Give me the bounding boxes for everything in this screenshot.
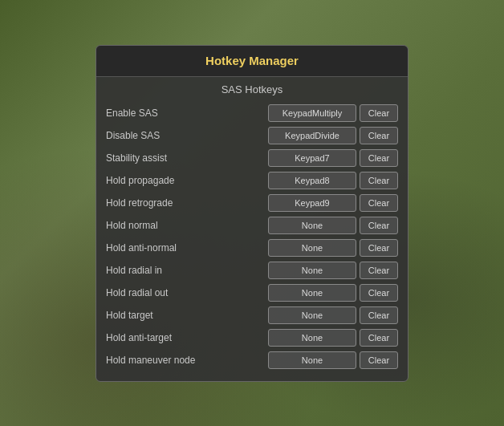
hotkey-controls: KeypadMultiplyClear <box>268 104 398 122</box>
hotkey-controls: Keypad8Clear <box>268 172 398 189</box>
hotkey-controls: NoneClear <box>268 284 398 302</box>
key-button[interactable]: None <box>268 217 356 234</box>
hotkey-row: Enable SASKeypadMultiplyClear <box>106 102 398 124</box>
modal-header: Hotkey Manager <box>96 46 408 77</box>
hotkey-label: Hold anti-target <box>106 332 268 343</box>
hotkey-label: Hold radial in <box>106 265 268 276</box>
hotkey-label: Hold maneuver node <box>106 355 268 366</box>
hotkey-row: Stability assistKeypad7Clear <box>106 147 398 169</box>
hotkey-label: Stability assist <box>106 152 268 164</box>
hotkey-row: Hold radial inNoneClear <box>106 259 398 282</box>
clear-button[interactable]: Clear <box>360 217 398 234</box>
clear-button[interactable]: Clear <box>360 351 398 369</box>
hotkey-controls: NoneClear <box>268 329 398 347</box>
hotkey-label: Hold target <box>106 310 268 321</box>
clear-button[interactable]: Clear <box>360 239 398 257</box>
key-button[interactable]: KeypadMultiply <box>268 104 356 122</box>
hotkey-row: Hold anti-targetNoneClear <box>106 327 398 349</box>
hotkey-label: Disable SAS <box>106 130 268 141</box>
hotkey-label: Hold propagade <box>106 175 268 186</box>
hotkey-label: Hold retrograde <box>106 197 268 209</box>
clear-button[interactable]: Clear <box>360 104 398 122</box>
clear-button[interactable]: Clear <box>360 194 398 212</box>
section-title: SAS Hotkeys <box>96 77 408 99</box>
clear-button[interactable]: Clear <box>360 306 398 324</box>
key-button[interactable]: Keypad9 <box>268 194 356 212</box>
key-button[interactable]: None <box>268 306 356 324</box>
key-button[interactable]: None <box>268 262 356 279</box>
hotkey-controls: NoneClear <box>268 262 398 279</box>
hotkey-controls: KeypadDivideClear <box>268 127 398 144</box>
hotkey-row: Disable SASKeypadDivideClear <box>106 124 398 147</box>
hotkey-row: Hold retrogradeKeypad9Clear <box>106 192 398 214</box>
hotkey-controls: Keypad9Clear <box>268 194 398 212</box>
key-button[interactable]: Keypad7 <box>268 149 356 167</box>
hotkey-label: Hold anti-normal <box>106 242 268 254</box>
hotkey-row: Hold normalNoneClear <box>106 214 398 237</box>
clear-button[interactable]: Clear <box>360 284 398 302</box>
hotkey-row: Hold propagadeKeypad8Clear <box>106 169 398 192</box>
clear-button[interactable]: Clear <box>360 172 398 189</box>
hotkey-controls: NoneClear <box>268 351 398 369</box>
clear-button[interactable]: Clear <box>360 329 398 347</box>
hotkey-label: Hold normal <box>106 220 268 231</box>
hotkey-row: Hold anti-normalNoneClear <box>106 237 398 259</box>
clear-button[interactable]: Clear <box>360 149 398 167</box>
modal-title: Hotkey Manager <box>205 54 299 67</box>
clear-button[interactable]: Clear <box>360 127 398 144</box>
hotkey-controls: NoneClear <box>268 239 398 257</box>
hotkey-manager-modal: Hotkey Manager SAS Hotkeys Enable SASKey… <box>96 45 408 382</box>
hotkey-label: Enable SAS <box>106 108 268 119</box>
key-button[interactable]: KeypadDivide <box>268 127 356 144</box>
key-button[interactable]: None <box>268 351 356 369</box>
key-button[interactable]: None <box>268 239 356 257</box>
hotkey-controls: Keypad7Clear <box>268 149 398 167</box>
hotkey-controls: NoneClear <box>268 217 398 234</box>
key-button[interactable]: None <box>268 284 356 302</box>
key-button[interactable]: None <box>268 329 356 347</box>
clear-button[interactable]: Clear <box>360 262 398 279</box>
hotkey-row: Hold targetNoneClear <box>106 304 398 327</box>
hotkey-row: Hold radial outNoneClear <box>106 282 398 304</box>
modal-overlay: Hotkey Manager SAS Hotkeys Enable SASKey… <box>0 0 504 426</box>
hotkey-controls: NoneClear <box>268 306 398 324</box>
hotkey-label: Hold radial out <box>106 287 268 298</box>
hotkey-list: Enable SASKeypadMultiplyClearDisable SAS… <box>96 99 408 381</box>
hotkey-row: Hold maneuver nodeNoneClear <box>106 349 398 371</box>
key-button[interactable]: Keypad8 <box>268 172 356 189</box>
